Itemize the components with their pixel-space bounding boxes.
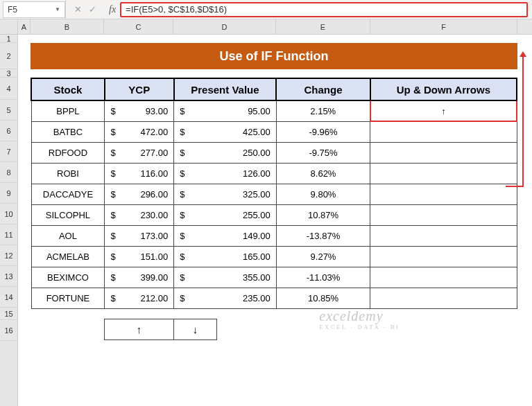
cell-arrow[interactable] xyxy=(370,163,517,184)
row-header[interactable]: 9 xyxy=(0,183,17,204)
cell-pv[interactable]: $165.00 xyxy=(174,246,277,267)
cell-change[interactable]: 10.87% xyxy=(276,204,370,225)
row-header[interactable]: 7 xyxy=(0,141,17,162)
hdr-stock[interactable]: Stock xyxy=(31,78,105,100)
cell-ycp[interactable]: $93.00 xyxy=(105,100,174,121)
hdr-change[interactable]: Change xyxy=(276,78,370,100)
table-row: ACMELAB$151.00$165.009.27% xyxy=(31,246,517,267)
formula-text: =IF(E5>0, $C$16,$D$16) xyxy=(126,4,227,15)
table-row: BATBC$472.00$425.00-9.96% xyxy=(31,121,517,142)
cell-stock[interactable]: DACCADYE xyxy=(31,184,105,204)
cell-stock[interactable]: FORTUNE xyxy=(31,288,105,308)
cell-ycp[interactable]: $212.00 xyxy=(105,288,174,308)
row-header[interactable]: 11 xyxy=(0,224,17,245)
arrow-up-cell[interactable]: ↑ xyxy=(105,319,174,340)
sheet-area: 12345678910111213141516 A B C D E F Use … xyxy=(0,19,532,406)
select-all-corner[interactable] xyxy=(0,19,17,35)
col-header-b[interactable]: B xyxy=(31,19,104,34)
col-header-a[interactable]: A xyxy=(18,19,31,34)
cell-ycp[interactable]: $472.00 xyxy=(105,121,174,142)
hdr-pv[interactable]: Present Value xyxy=(174,78,277,100)
cell-change[interactable]: -9.96% xyxy=(276,121,370,142)
col-header-c[interactable]: C xyxy=(104,19,173,34)
cell-stock[interactable]: BATBC xyxy=(31,121,105,142)
row-header[interactable]: 10 xyxy=(0,204,17,224)
cell-pv[interactable]: $149.00 xyxy=(174,225,277,246)
cell-arrow[interactable] xyxy=(370,184,517,204)
fx-icon[interactable]: fx xyxy=(105,4,120,15)
cell-arrow[interactable] xyxy=(370,267,517,288)
cell-arrow[interactable] xyxy=(370,246,517,267)
arrow-reference-table: ↑ ↓ xyxy=(104,319,217,340)
row-header[interactable]: 12 xyxy=(0,245,17,266)
cell-pv[interactable]: $235.00 xyxy=(174,288,277,308)
cell-ycp[interactable]: $277.00 xyxy=(105,142,174,163)
cell-ycp[interactable]: $399.00 xyxy=(105,267,174,288)
row-header[interactable]: 16 xyxy=(0,320,17,341)
table-row: RDFOOD$277.00$250.00-9.75% xyxy=(31,142,517,163)
header-row: Stock YCP Present Value Change Up & Down… xyxy=(31,78,517,100)
cell-arrow[interactable]: ↑ xyxy=(370,100,517,121)
cell-pv[interactable]: $255.00 xyxy=(174,204,277,225)
cell-ycp[interactable]: $173.00 xyxy=(105,225,174,246)
row-header[interactable]: 8 xyxy=(0,162,17,183)
cell-pv[interactable]: $126.00 xyxy=(174,163,277,184)
cell-change[interactable]: -11.03% xyxy=(276,267,370,288)
cell-change[interactable]: 9.27% xyxy=(276,246,370,267)
cell-ycp[interactable]: $151.00 xyxy=(105,246,174,267)
arrow-down-cell[interactable]: ↓ xyxy=(174,319,217,340)
row-header[interactable]: 1 xyxy=(0,35,17,43)
cancel-icon: ✕ xyxy=(74,4,82,15)
grid[interactable]: A B C D E F Use of IF Function Stock YCP… xyxy=(18,19,532,406)
col-header-d[interactable]: D xyxy=(173,19,276,34)
callout-arrow-line xyxy=(522,55,524,186)
name-box[interactable]: F5 ▼ xyxy=(3,1,65,18)
row-header[interactable]: 14 xyxy=(0,287,17,308)
cell-change[interactable]: -13.87% xyxy=(276,225,370,246)
watermark-sub: EXCEL · DATA · BI xyxy=(319,324,400,330)
cell-change[interactable]: 9.80% xyxy=(276,184,370,204)
hdr-ycp[interactable]: YCP xyxy=(105,78,174,100)
cell-pv[interactable]: $355.00 xyxy=(174,267,277,288)
cell-pv[interactable]: $95.00 xyxy=(174,100,277,121)
cell-change[interactable]: 8.62% xyxy=(276,163,370,184)
cell-change[interactable]: -9.75% xyxy=(276,142,370,163)
cell-ycp[interactable]: $116.00 xyxy=(105,163,174,184)
cell-arrow[interactable] xyxy=(370,288,517,308)
name-box-value: F5 xyxy=(8,5,17,15)
cell-arrow[interactable] xyxy=(370,225,517,246)
cell-stock[interactable]: RDFOOD xyxy=(31,142,105,163)
cell-stock[interactable]: BPPL xyxy=(31,100,105,121)
cell-pv[interactable]: $325.00 xyxy=(174,184,277,204)
chevron-down-icon: ▼ xyxy=(55,6,60,12)
row-header[interactable]: 3 xyxy=(0,69,17,78)
cell-ycp[interactable]: $230.00 xyxy=(105,204,174,225)
hdr-arrows[interactable]: Up & Down Arrows xyxy=(370,78,517,100)
col-header-f[interactable]: F xyxy=(370,19,517,34)
table-row: DACCADYE$296.00$325.009.80% xyxy=(31,184,517,204)
col-header-e[interactable]: E xyxy=(276,19,370,34)
row-header[interactable]: 6 xyxy=(0,121,17,141)
cell-stock[interactable]: BEXIMCO xyxy=(31,267,105,288)
cell-arrow[interactable] xyxy=(370,121,517,142)
row-header[interactable]: 15 xyxy=(0,308,17,320)
cell-change[interactable]: 10.85% xyxy=(276,288,370,308)
cell-stock[interactable]: AOL xyxy=(31,225,105,246)
formula-bar[interactable]: =IF(E5>0, $C$16,$D$16) xyxy=(120,2,528,17)
title-cell[interactable]: Use of IF Function xyxy=(31,43,517,69)
table-row: FORTUNE$212.00$235.0010.85% xyxy=(31,288,517,308)
table-row: SILCOPHL$230.00$255.0010.87% xyxy=(31,204,517,225)
cell-pv[interactable]: $250.00 xyxy=(174,142,277,163)
row-header[interactable]: 13 xyxy=(0,266,17,287)
cell-arrow[interactable] xyxy=(370,142,517,163)
row-header[interactable]: 5 xyxy=(0,100,17,121)
cell-ycp[interactable]: $296.00 xyxy=(105,184,174,204)
row-header[interactable]: 4 xyxy=(0,78,17,100)
cell-stock[interactable]: ACMELAB xyxy=(31,246,105,267)
cell-stock[interactable]: SILCOPHL xyxy=(31,204,105,225)
cell-stock[interactable]: ROBI xyxy=(31,163,105,184)
cell-pv[interactable]: $425.00 xyxy=(174,121,277,142)
cell-change[interactable]: 2.15% xyxy=(276,100,370,121)
cell-arrow[interactable] xyxy=(370,204,517,225)
row-header[interactable]: 2 xyxy=(0,43,17,69)
